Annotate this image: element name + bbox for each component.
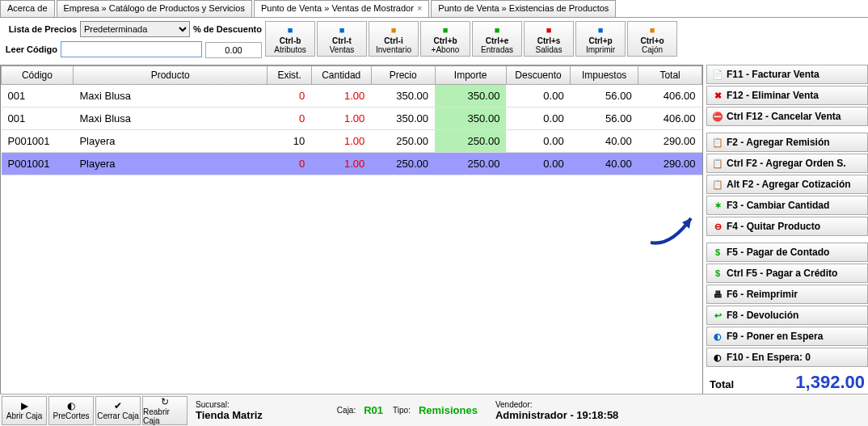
status-icon: ↻ xyxy=(161,396,169,407)
column-header[interactable]: Total xyxy=(638,66,702,85)
table-row[interactable]: P001001Playera101.00250.00250.000.0040.0… xyxy=(2,130,702,153)
caja-label: Caja: xyxy=(337,406,356,415)
pagar-credito-button[interactable]: $Ctrl F5 - Pagar a Crédito xyxy=(706,264,868,283)
tab[interactable]: Punto de Venta » Existencias de Producto… xyxy=(431,0,616,17)
side-icon: 📋 xyxy=(712,158,723,169)
products-grid: CódigoProductoExist.CantidadPrecioImport… xyxy=(0,65,703,424)
tool-icon: ■ xyxy=(440,24,451,36)
agregar-orden-button[interactable]: 📋Ctrl F2 - Agregar Orden S. xyxy=(706,154,868,173)
status-icon: ✔ xyxy=(114,400,122,411)
side-icon: 📋 xyxy=(712,137,723,148)
table-row[interactable]: 001Maxi Blusa01.00350.00350.000.0056.004… xyxy=(2,108,702,130)
ventas-button[interactable]: ■Ctrl-tVentas xyxy=(317,21,367,57)
devolucion-button[interactable]: ↩F8 - Devolución xyxy=(706,306,868,325)
side-label: Alt F2 - Agregar Cotización xyxy=(727,179,851,190)
read-code-label: Leer Código xyxy=(3,44,61,54)
column-header[interactable]: Código xyxy=(2,66,74,85)
imprimir-button[interactable]: ■Ctrl+pImprimir xyxy=(575,21,626,57)
salidas-button[interactable]: ■Ctrl+sSalidas xyxy=(524,21,574,57)
sucursal-value: Tienda Matriz xyxy=(196,409,263,421)
facturar-button[interactable]: 📄F11 - Facturar Venta xyxy=(706,65,868,84)
tipo-label: Tipo: xyxy=(393,406,411,415)
column-header[interactable]: Exist. xyxy=(268,66,311,85)
side-label: F10 - En Espera: 0 xyxy=(727,352,811,363)
discount-value[interactable]: 0.00 xyxy=(205,42,262,58)
attrs-button[interactable]: ■Ctrl-bAtributos xyxy=(265,21,315,57)
tab[interactable]: Punto de Venta » Ventas de Mostrador× xyxy=(254,0,429,17)
cambiar-cantidad-button[interactable]: ✶F3 - Cambiar Cantidad xyxy=(706,196,868,215)
column-header[interactable]: Impuestos xyxy=(571,66,638,85)
vendedor-value: Administrador - 19:18:58 xyxy=(495,409,618,421)
side-icon: ✶ xyxy=(712,200,723,211)
side-icon: ⛔ xyxy=(712,111,723,122)
column-header[interactable]: Cantidad xyxy=(311,66,371,85)
side-label: F4 - Quitar Producto xyxy=(727,221,820,232)
cerrar-caja-button[interactable]: ✔Cerrar Caja xyxy=(95,396,141,425)
close-icon[interactable]: × xyxy=(417,3,422,13)
side-label: F12 - Eliminar Venta xyxy=(727,90,819,101)
tipo-value: Remisiones xyxy=(419,404,478,416)
price-list-select[interactable]: Predeterminada xyxy=(80,21,190,37)
side-icon: $ xyxy=(712,247,723,258)
tool-icon: ■ xyxy=(284,24,296,36)
total-label: Total xyxy=(710,378,734,390)
column-header[interactable]: Importe xyxy=(435,66,506,85)
tab-bar: Acerca deEmpresa » Catálogo de Productos… xyxy=(0,0,868,18)
side-label: F11 - Facturar Venta xyxy=(727,69,820,80)
side-icon: 📋 xyxy=(712,179,723,190)
side-icon: $ xyxy=(712,268,723,279)
agregar-remision-button[interactable]: 📋F2 - Agregar Remisión xyxy=(706,133,868,152)
column-header[interactable]: Precio xyxy=(371,66,435,85)
cancelar-button[interactable]: ⛔Ctrl F12 - Cancelar Venta xyxy=(706,107,868,126)
toolbar-buttons: ■Ctrl-bAtributos■Ctrl-tVentas■Ctrl-iInve… xyxy=(265,21,677,57)
agregar-cotizacion-button[interactable]: 📋Alt F2 - Agregar Cotización xyxy=(706,175,868,194)
table-row[interactable]: 001Maxi Blusa01.00350.00350.000.0056.004… xyxy=(2,85,702,108)
tool-icon: ■ xyxy=(491,24,503,36)
quitar-producto-button[interactable]: ⊖F4 - Quitar Producto xyxy=(706,217,868,236)
cajon-button[interactable]: ■Ctrl+oCajón xyxy=(627,21,677,57)
column-header[interactable]: Producto xyxy=(73,66,268,85)
precortes-button[interactable]: ◐PreCortes xyxy=(48,396,94,425)
eliminar-button[interactable]: ✖F12 - Eliminar Venta xyxy=(706,86,868,105)
side-label: Ctrl F12 - Cancelar Venta xyxy=(727,111,841,122)
tool-icon: ■ xyxy=(336,24,348,36)
side-label: F3 - Cambiar Cantidad xyxy=(727,200,829,211)
side-panel: 📄F11 - Facturar Venta✖F12 - Eliminar Ven… xyxy=(706,65,868,424)
pagar-contado-button[interactable]: $F5 - Pagar de Contado xyxy=(706,243,868,262)
side-label: Ctrl F5 - Pagar a Crédito xyxy=(727,268,837,279)
sucursal-label: Sucursal: xyxy=(196,400,263,409)
side-icon: 📄 xyxy=(712,69,723,80)
side-label: F5 - Pagar de Contado xyxy=(727,247,829,258)
inventario-button[interactable]: ■Ctrl-iInventario xyxy=(369,21,419,57)
side-icon: ↩ xyxy=(712,310,723,321)
side-icon: ◐ xyxy=(712,352,723,363)
tool-icon: ■ xyxy=(647,24,658,36)
tab[interactable]: Acerca de xyxy=(0,0,55,17)
tool-icon: ■ xyxy=(595,24,606,36)
abono-button[interactable]: ■Ctrl+b+Abono xyxy=(420,21,470,57)
side-label: Ctrl F2 - Agregar Orden S. xyxy=(727,158,846,169)
en-espera-button[interactable]: ◐F10 - En Espera: 0 xyxy=(706,348,868,367)
side-label: F2 - Agregar Remisión xyxy=(727,137,830,148)
tab[interactable]: Empresa » Catálogo de Productos y Servic… xyxy=(57,0,252,17)
read-code-input[interactable] xyxy=(61,41,202,57)
tool-icon: ■ xyxy=(543,24,554,36)
side-icon: ◐ xyxy=(712,331,723,342)
side-label: F6 - Reimprimir xyxy=(727,289,798,300)
filters-panel: Lista de Precios Predeterminada % de Des… xyxy=(3,21,262,61)
status-bar: ▶Abrir Caja◐PreCortes✔Cerrar Caja↻Reabri… xyxy=(0,394,868,426)
discount-label: % de Descuento xyxy=(193,24,262,34)
abrir-caja-button[interactable]: ▶Abrir Caja xyxy=(2,396,47,425)
side-label: F9 - Poner en Espera xyxy=(727,331,823,342)
reabrir-caja-button[interactable]: ↻Reabrir Caja xyxy=(142,396,188,425)
caja-value: R01 xyxy=(364,404,383,416)
table-row[interactable]: P001001Playera01.00250.00250.000.0040.00… xyxy=(2,153,702,175)
total-value: 1,392.00 xyxy=(795,372,865,393)
column-header[interactable]: Descuento xyxy=(506,66,570,85)
vendedor-label: Vendedor: xyxy=(495,400,618,409)
side-icon: ⊖ xyxy=(712,221,723,232)
entradas-button[interactable]: ■Ctrl+eEntradas xyxy=(472,21,522,57)
reimprimir-button[interactable]: 🖶F6 - Reimprimir xyxy=(706,285,868,304)
poner-espera-button[interactable]: ◐F9 - Poner en Espera xyxy=(706,327,868,346)
status-icon: ▶ xyxy=(21,400,28,411)
